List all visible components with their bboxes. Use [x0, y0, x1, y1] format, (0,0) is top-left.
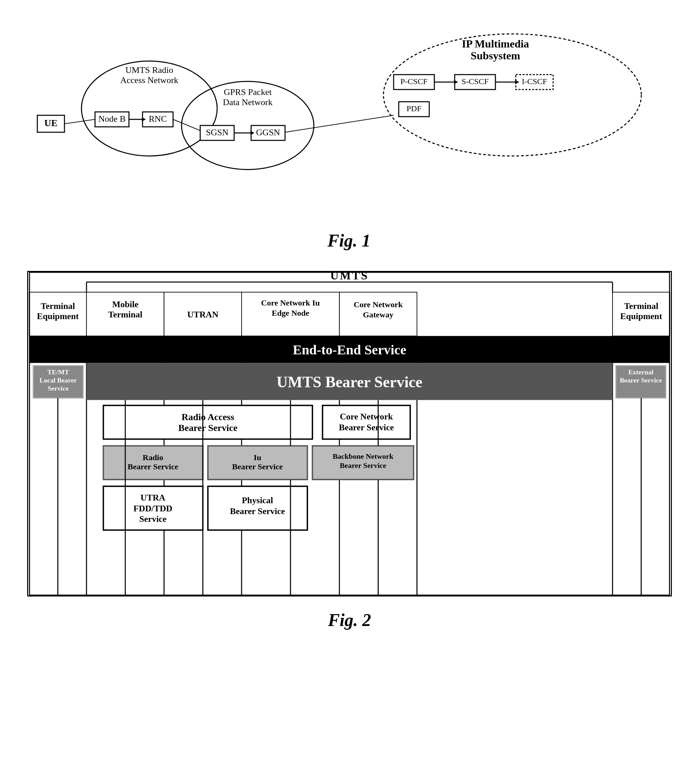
svg-rect-17	[251, 125, 285, 140]
svg-text:Terminal: Terminal	[41, 301, 75, 311]
svg-text:UMTS Radio: UMTS Radio	[125, 65, 173, 75]
svg-point-2	[81, 61, 217, 156]
fig1-diagram: UE UMTS Radio Access Network Node B RNC …	[27, 20, 672, 224]
svg-rect-73	[616, 366, 666, 398]
svg-text:Gateway: Gateway	[363, 310, 393, 319]
svg-text:Data Network: Data Network	[223, 97, 273, 107]
svg-marker-10	[142, 117, 146, 122]
svg-text:UMTS Bearer Service: UMTS Bearer Service	[277, 373, 422, 390]
svg-text:Bearer Service: Bearer Service	[127, 462, 178, 471]
svg-text:PDF: PDF	[406, 104, 421, 113]
svg-rect-29	[455, 74, 495, 89]
svg-text:Bearer Service: Bearer Service	[178, 423, 237, 433]
svg-text:Subsystem: Subsystem	[471, 49, 520, 62]
svg-text:GPRS Packet: GPRS Packet	[224, 87, 272, 97]
svg-point-22	[383, 34, 641, 156]
svg-text:I-CSCF: I-CSCF	[522, 77, 547, 86]
svg-text:UTRAN: UTRAN	[187, 310, 218, 320]
svg-line-11	[64, 119, 95, 124]
svg-text:Iu: Iu	[254, 453, 261, 462]
svg-rect-0	[37, 115, 64, 132]
svg-text:Access Network: Access Network	[120, 75, 178, 85]
svg-rect-95	[208, 486, 307, 530]
svg-text:Terminal: Terminal	[624, 301, 658, 311]
svg-rect-27	[399, 102, 429, 117]
svg-text:Equipment: Equipment	[620, 311, 662, 321]
svg-text:SGSN: SGSN	[206, 127, 229, 137]
svg-marker-20	[251, 131, 254, 135]
svg-line-37	[285, 115, 394, 132]
svg-rect-45	[86, 292, 164, 336]
svg-text:Radio: Radio	[142, 453, 163, 462]
svg-text:Physical: Physical	[242, 496, 273, 505]
svg-text:Node B: Node B	[98, 114, 125, 124]
svg-text:Edge Node: Edge Node	[272, 309, 309, 318]
svg-text:TE/MT: TE/MT	[47, 368, 69, 376]
svg-rect-48	[164, 292, 242, 336]
svg-text:Core Network: Core Network	[353, 300, 403, 309]
svg-text:Bearer Service: Bearer Service	[230, 506, 285, 516]
svg-text:Bearer Service: Bearer Service	[620, 376, 662, 384]
svg-text:P-CSCF: P-CSCF	[400, 77, 427, 86]
svg-rect-67	[86, 363, 612, 400]
svg-text:Radio Access: Radio Access	[182, 412, 234, 422]
svg-rect-50	[242, 292, 339, 336]
svg-rect-53	[339, 292, 417, 336]
svg-text:UMTS: UMTS	[330, 272, 368, 282]
svg-rect-15	[200, 125, 234, 140]
svg-text:FDD/TDD: FDD/TDD	[134, 504, 172, 514]
svg-rect-56	[612, 292, 670, 336]
page: UE UMTS Radio Access Network Node B RNC …	[0, 0, 698, 784]
fig1-caption: Fig. 1	[27, 231, 671, 250]
svg-rect-82	[104, 446, 203, 479]
svg-text:S-CSCF: S-CSCF	[462, 77, 488, 86]
svg-line-21	[173, 119, 200, 130]
svg-rect-7	[142, 112, 173, 127]
svg-text:Core Network Iu: Core Network Iu	[261, 298, 320, 307]
fig2-caption: Fig. 2	[27, 610, 672, 630]
svg-marker-34	[454, 80, 458, 84]
svg-text:End-to-End Service: End-to-End Service	[293, 343, 406, 357]
svg-rect-42	[29, 292, 86, 336]
svg-text:External: External	[629, 368, 653, 376]
svg-rect-109	[30, 272, 670, 595]
fig2-wrapper: UMTS Terminal Equipment Mobile Terminal …	[27, 271, 672, 630]
svg-text:Bearer Service: Bearer Service	[232, 462, 283, 471]
svg-rect-59	[29, 336, 670, 363]
svg-text:Backbone Network: Backbone Network	[333, 452, 394, 461]
svg-text:Service: Service	[48, 385, 69, 392]
svg-text:Bearer Service: Bearer Service	[340, 461, 386, 469]
svg-rect-76	[104, 405, 312, 439]
svg-text:RNC: RNC	[149, 114, 167, 124]
svg-rect-88	[312, 446, 414, 479]
svg-text:Equipment: Equipment	[37, 311, 79, 321]
svg-text:Terminal: Terminal	[108, 310, 142, 320]
svg-text:IP Multimedia: IP Multimedia	[462, 38, 529, 50]
svg-text:Mobile: Mobile	[112, 300, 138, 309]
svg-marker-36	[515, 80, 519, 84]
svg-text:UTRA: UTRA	[140, 493, 166, 502]
svg-rect-25	[394, 74, 434, 89]
fig2-diagram: UMTS Terminal Equipment Mobile Terminal …	[27, 271, 672, 596]
svg-rect-79	[323, 405, 410, 439]
svg-text:GGSN: GGSN	[256, 127, 280, 137]
svg-rect-85	[208, 446, 307, 479]
svg-rect-31	[516, 74, 553, 89]
svg-text:Local Bearer: Local Bearer	[40, 376, 77, 384]
svg-text:Bearer Service: Bearer Service	[339, 423, 394, 432]
svg-rect-69	[33, 366, 83, 398]
svg-point-12	[182, 81, 314, 170]
svg-text:UE: UE	[45, 118, 58, 128]
svg-text:Service: Service	[139, 514, 166, 524]
svg-text:Core Network: Core Network	[340, 412, 393, 422]
svg-rect-91	[104, 486, 203, 530]
svg-rect-5	[95, 112, 129, 127]
